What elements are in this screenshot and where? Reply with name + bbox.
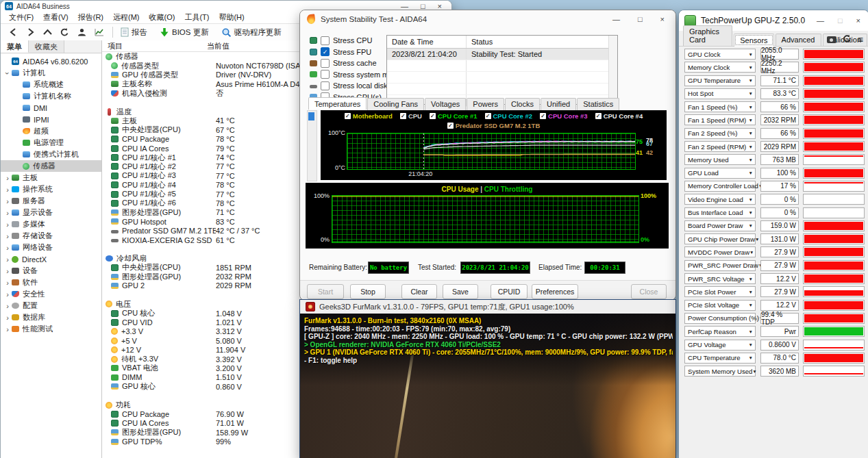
maximize-icon[interactable]: □: [638, 16, 643, 23]
menu-item[interactable]: 远程(M): [109, 12, 144, 23]
sidebar-item[interactable]: 64AIDA64 v6.80.6200: [1, 55, 101, 67]
graph-icon[interactable]: [90, 26, 108, 38]
tree-expander-icon[interactable]: ›: [3, 209, 12, 217]
sidebar-item[interactable]: ›DirectX: [1, 253, 101, 265]
minimize-icon[interactable]: —: [401, 3, 408, 10]
refresh-icon[interactable]: [56, 26, 73, 38]
tab-temperatures[interactable]: Temperatures: [308, 97, 367, 110]
checkbox[interactable]: [321, 70, 330, 79]
tree-expander-icon[interactable]: ›: [3, 244, 12, 252]
legend-item[interactable]: ✓CPU Core #1: [430, 112, 478, 120]
sidebar-item[interactable]: ›软件: [1, 277, 101, 288]
legend-item[interactable]: ✓CPU Core #4: [595, 112, 643, 120]
table-row[interactable]: [387, 84, 617, 95]
stability-test-titlebar[interactable]: System Stability Test - AIDA64 — □ ×: [300, 10, 675, 28]
tab-cooling-fans[interactable]: Cooling Fans: [367, 98, 424, 110]
refresh-icon[interactable]: [843, 34, 852, 46]
sidebar-tab[interactable]: 收藏夹: [29, 40, 64, 53]
checkbox[interactable]: ✓: [485, 113, 491, 119]
table-row[interactable]: [387, 72, 617, 84]
tree-expander-icon[interactable]: ›: [3, 174, 12, 182]
menu-item[interactable]: 帮助(H): [214, 12, 248, 23]
sensor-dropdown[interactable]: PWR_SRC Voltage▼: [684, 273, 756, 284]
tree-expander-icon[interactable]: ›: [3, 314, 12, 322]
menu-item[interactable]: 报告(R): [74, 12, 108, 23]
back-icon[interactable]: [5, 26, 22, 38]
menu-item[interactable]: 查看(V): [39, 12, 73, 23]
tab-unified[interactable]: Unified: [541, 98, 576, 110]
stress-option[interactable]: Stress local disks: [310, 80, 386, 92]
sidebar-item[interactable]: ›存储设备: [1, 230, 101, 242]
checkbox[interactable]: ✓: [447, 123, 454, 129]
sidebar-item[interactable]: 传感器: [1, 160, 101, 172]
stress-option[interactable]: Stress system memory: [310, 69, 386, 81]
tab-graphics-card[interactable]: Graphics Card: [683, 25, 732, 46]
chart-scrollbar[interactable]: [307, 110, 317, 181]
tab-sensors[interactable]: Sensors: [734, 34, 773, 47]
hamburger-menu-icon[interactable]: ≡: [858, 34, 863, 45]
sensor-dropdown[interactable]: PCIe Slot Power▼: [684, 286, 756, 297]
sensor-dropdown[interactable]: CPU Temperature▼: [684, 353, 756, 364]
menu-item[interactable]: 文件(F): [5, 12, 38, 23]
sidebar-item[interactable]: ›性能测试: [1, 323, 101, 335]
sensor-dropdown[interactable]: MVDDC Power Draw▼: [684, 246, 756, 257]
tab-advanced[interactable]: Advanced: [776, 34, 821, 46]
sidebar-item[interactable]: 超频: [1, 125, 101, 137]
sidebar-tab[interactable]: 菜单: [1, 40, 29, 53]
sensor-dropdown[interactable]: System Memory Used▼: [684, 366, 756, 377]
legend-item[interactable]: ✓Motherboard: [345, 112, 393, 120]
driver-update-button[interactable]: 驱动程序更新: [218, 26, 285, 39]
user-icon[interactable]: [73, 26, 90, 38]
tree-expander-icon[interactable]: ›: [3, 325, 12, 333]
checkbox[interactable]: ✓: [540, 113, 546, 119]
up-icon[interactable]: [39, 26, 56, 38]
sensor-dropdown[interactable]: GPU Chip Power Draw▼: [684, 233, 756, 244]
sensor-dropdown[interactable]: GPU Clock▼: [684, 49, 756, 60]
sidebar-item[interactable]: ›多媒体: [1, 218, 101, 230]
log-col-status[interactable]: Status: [466, 36, 617, 48]
chart-scrollbar-thumb[interactable]: [308, 112, 314, 120]
sidebar-item[interactable]: ›数据库: [1, 311, 101, 323]
tab-clocks[interactable]: Clocks: [505, 98, 540, 110]
sensor-dropdown[interactable]: Memory Clock▼: [684, 62, 756, 73]
sensor-dropdown[interactable]: Memory Controller Load▼: [684, 181, 756, 192]
sidebar-item[interactable]: 便携式计算机: [1, 149, 101, 160]
screenshot-camera-icon[interactable]: [827, 36, 836, 43]
checkbox[interactable]: [321, 36, 330, 45]
sidebar-item[interactable]: 电源管理: [1, 137, 101, 149]
sidebar-item[interactable]: ›网络设备: [1, 242, 101, 253]
close-icon[interactable]: ×: [856, 17, 860, 25]
sidebar-item[interactable]: DMI: [1, 102, 101, 114]
sensor-dropdown[interactable]: Hot Spot▼: [684, 88, 756, 99]
sensor-dropdown[interactable]: Fan 1 Speed (%)▼: [684, 101, 756, 112]
report-button[interactable]: 报告: [117, 26, 151, 39]
column-header-item[interactable]: 项目: [102, 41, 207, 51]
table-row[interactable]: 2023/8/21 21:04:20Stability Test: Starte…: [387, 49, 617, 60]
sidebar-item[interactable]: IPMI: [1, 114, 101, 125]
sensor-dropdown[interactable]: Board Power Draw▼: [684, 220, 756, 231]
table-row[interactable]: [387, 60, 617, 72]
checkbox[interactable]: ✓: [430, 113, 436, 119]
tree-expander-icon[interactable]: ›: [3, 267, 12, 275]
tree-expander-icon[interactable]: ›: [3, 290, 12, 298]
tab-voltages[interactable]: Voltages: [425, 98, 466, 110]
forward-icon[interactable]: [22, 26, 39, 38]
tree-expander-icon[interactable]: ›: [3, 186, 12, 194]
cpuid-button[interactable]: CPUID: [491, 284, 528, 299]
stress-option[interactable]: Stress cache: [310, 58, 386, 69]
save-button[interactable]: Save: [443, 284, 478, 299]
sensor-dropdown[interactable]: Fan 2 Speed (%)▼: [684, 128, 756, 139]
sidebar-item[interactable]: 计算机名称: [1, 90, 101, 102]
menu-item[interactable]: 工具(T): [180, 12, 213, 23]
sensor-dropdown[interactable]: GPU Temperature▼: [684, 75, 756, 86]
sensor-dropdown[interactable]: PWR_SRC Power Draw▼: [684, 260, 756, 271]
checkbox[interactable]: ✓: [595, 113, 602, 119]
tree-expander-icon[interactable]: ›: [3, 220, 12, 229]
sidebar-item[interactable]: ›服务器: [1, 195, 101, 207]
tree-expander-icon[interactable]: ›: [3, 302, 12, 310]
checkbox[interactable]: ✓: [345, 113, 351, 119]
sensor-dropdown[interactable]: PerfCap Reason▼: [684, 326, 756, 337]
minimize-icon[interactable]: —: [817, 17, 824, 25]
sensor-dropdown[interactable]: GPU Voltage▼: [684, 340, 756, 351]
stress-option[interactable]: Stress CPU: [310, 35, 386, 47]
